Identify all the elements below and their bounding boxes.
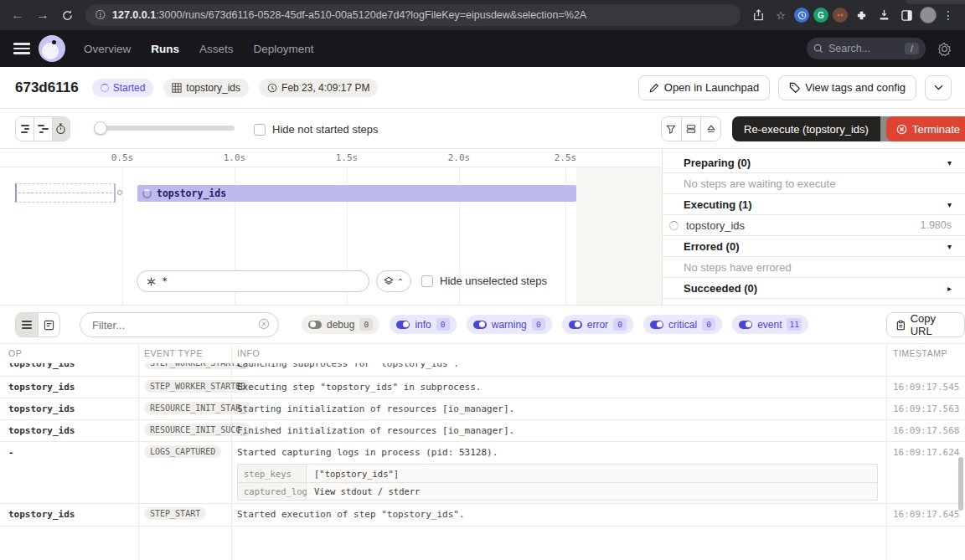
table-row[interactable]: topstory_ids STEP_START Started executio… bbox=[0, 504, 965, 527]
gantt-connector-dot bbox=[117, 190, 122, 195]
browser-url-bar[interactable]: ⓘ 127.0.0.1:3000/runs/673d6116-0528-45df… bbox=[85, 4, 741, 26]
browser-action-icons: ☆ G ⋮ bbox=[749, 6, 956, 24]
log-list-view-button[interactable] bbox=[16, 313, 38, 337]
gantt-time-axis: 0.5s 1.0s 1.5s 2.0s 2.5s bbox=[0, 149, 663, 167]
level-pill-critical[interactable]: critical 0 bbox=[643, 315, 722, 334]
step-duration: 1.980s bbox=[920, 219, 952, 231]
browser-menu-icon[interactable]: ⋮ bbox=[941, 8, 956, 22]
level-pill-info[interactable]: info 0 bbox=[390, 315, 456, 334]
url-host: 127.0.0.1 bbox=[112, 9, 156, 21]
log-filter-input[interactable] bbox=[80, 312, 279, 337]
run-actions-dropdown-button[interactable] bbox=[925, 75, 952, 100]
gantt-chart: 0.5s 1.0s 1.5s 2.0s 2.5s topstory_ids * … bbox=[0, 149, 663, 306]
downloads-icon[interactable] bbox=[875, 6, 893, 24]
section-executing-header[interactable]: Executing (1) ▾ bbox=[663, 194, 965, 215]
settings-gear-icon[interactable] bbox=[937, 42, 952, 56]
run-time-pill: Feb 23, 4:09:17 PM bbox=[259, 79, 378, 97]
graph-query-toggle-button[interactable]: ⌃ bbox=[376, 270, 411, 292]
terminate-button[interactable]: Terminate bbox=[886, 116, 965, 141]
hide-unselected-checkbox[interactable] bbox=[421, 275, 433, 287]
caret-down-icon: ▾ bbox=[947, 242, 952, 251]
extension-clock-icon[interactable] bbox=[794, 8, 809, 23]
reexecute-button[interactable]: Re-execute (topstory_ids) bbox=[732, 116, 880, 141]
nav-links: Overview Runs Assets Deployment bbox=[84, 43, 314, 55]
table-row[interactable]: topstory_ids STEP_WORKER_STARTED Executi… bbox=[0, 377, 965, 398]
toggle-icon bbox=[739, 321, 752, 329]
filter-funnel-button[interactable] bbox=[662, 117, 681, 141]
captured-logs-link[interactable]: View stdout / stderr bbox=[307, 483, 877, 500]
table-row[interactable]: - LOGS_CAPTURED Started capturing logs i… bbox=[0, 442, 965, 504]
view-tags-config-button[interactable]: View tags and config bbox=[778, 75, 916, 100]
executing-step-row[interactable]: topstory_ids 1.980s bbox=[663, 215, 965, 236]
browser-back-icon[interactable]: ← bbox=[5, 8, 30, 23]
nav-item-overview[interactable]: Overview bbox=[84, 43, 131, 55]
spinner-icon bbox=[142, 189, 152, 198]
dagster-run-page: ← → ⓘ 127.0.0.1:3000/runs/673d6116-0528-… bbox=[0, 0, 965, 560]
table-row[interactable]: topstory_ids RESOURCE_INIT_SUCC_ Finishe… bbox=[0, 420, 965, 442]
log-table: OP EVENT TYPE INFO TIMESTAMP topstory_id… bbox=[0, 343, 965, 560]
toggle-icon bbox=[473, 321, 487, 329]
hamburger-menu-icon[interactable] bbox=[13, 43, 30, 54]
share-icon[interactable] bbox=[749, 6, 767, 24]
spinner-icon bbox=[669, 221, 679, 230]
nav-item-runs[interactable]: Runs bbox=[151, 43, 179, 55]
log-table-header: OP EVENT TYPE INFO TIMESTAMP bbox=[0, 344, 965, 363]
level-pill-event[interactable]: event 11 bbox=[732, 315, 808, 334]
gantt-footer: * ⌃ Hide unselected steps bbox=[0, 259, 663, 306]
side-panel-icon[interactable] bbox=[897, 6, 916, 24]
gantt-option-buttons bbox=[661, 116, 721, 141]
section-succeeded-header[interactable]: Succeeded (0) ▸ bbox=[663, 278, 965, 299]
log-toolbar: debug 0 info 0 warning 0 error 0 critica… bbox=[0, 306, 965, 343]
axis-tick: 2.0s bbox=[448, 152, 471, 163]
table-row[interactable]: topstory_ids RESOURCE_INIT_STAR_ Startin… bbox=[0, 398, 965, 420]
browser-tab-hint bbox=[906, 0, 965, 4]
slider-handle[interactable] bbox=[94, 121, 107, 135]
job-grid-icon bbox=[172, 83, 182, 93]
dagster-logo[interactable] bbox=[39, 35, 65, 62]
browser-reload-icon[interactable] bbox=[55, 9, 79, 22]
caret-down-icon: ▾ bbox=[947, 200, 952, 209]
table-row[interactable]: topstory_ids STEP_WORKER_STARTI_ Launchi… bbox=[0, 363, 965, 377]
copy-url-button[interactable]: Copy URL bbox=[886, 312, 965, 337]
nav-item-assets[interactable]: Assets bbox=[199, 43, 234, 55]
extension-badge-icon[interactable] bbox=[833, 8, 848, 23]
step-selector-input[interactable]: * bbox=[137, 270, 369, 292]
site-info-icon[interactable]: ⓘ bbox=[95, 8, 106, 23]
run-id-title: 673d6116 bbox=[15, 80, 79, 96]
section-preparing-header[interactable]: Preparing (0) ▾ bbox=[663, 152, 965, 173]
stopwatch-icon bbox=[55, 123, 66, 135]
level-pill-warning[interactable]: warning 0 bbox=[467, 315, 552, 334]
axis-tick: 1.0s bbox=[224, 152, 246, 163]
profile-avatar[interactable] bbox=[920, 7, 937, 23]
nav-item-deployment[interactable]: Deployment bbox=[254, 43, 314, 55]
run-header: 673d6116 Started topstory_ids Feb 23, 4:… bbox=[0, 67, 965, 109]
browser-forward-icon[interactable]: → bbox=[30, 8, 55, 23]
row-density-button[interactable] bbox=[681, 117, 701, 141]
layout-waterfall-button[interactable] bbox=[34, 117, 51, 141]
level-count-badge: 11 bbox=[787, 318, 801, 331]
extensions-puzzle-icon[interactable] bbox=[852, 6, 870, 24]
layout-flat-button[interactable] bbox=[16, 117, 34, 141]
op-selector-icon bbox=[146, 276, 157, 287]
toggle-icon bbox=[650, 321, 663, 329]
gantt-toolbar: Hide not started steps Re-execute (topst… bbox=[0, 109, 965, 149]
gantt-step-bar[interactable]: topstory_ids bbox=[137, 185, 576, 202]
gantt-zoom-slider[interactable] bbox=[95, 126, 235, 131]
extension-grammarly-icon[interactable]: G bbox=[813, 8, 828, 23]
log-structured-view-button[interactable] bbox=[38, 313, 60, 337]
collapse-panel-button[interactable] bbox=[700, 117, 720, 141]
open-in-launchpad-button[interactable]: Open in Launchpad bbox=[638, 75, 770, 100]
level-pill-error[interactable]: error 0 bbox=[562, 315, 633, 334]
gantt-step-label: topstory_ids bbox=[157, 188, 226, 199]
clear-filter-icon[interactable] bbox=[258, 318, 270, 330]
col-event-type: EVENT TYPE bbox=[144, 348, 203, 358]
global-search-input[interactable]: Search... / bbox=[807, 38, 926, 59]
log-level-filters: debug 0 info 0 warning 0 error 0 critica… bbox=[302, 315, 808, 334]
job-name-pill[interactable]: topstory_ids bbox=[163, 79, 249, 97]
layout-timed-button[interactable] bbox=[52, 117, 70, 141]
bookmark-star-icon[interactable]: ☆ bbox=[771, 6, 790, 24]
hide-not-started-checkbox[interactable] bbox=[254, 124, 266, 136]
section-errored-header[interactable]: Errored (0) ▾ bbox=[663, 236, 965, 257]
level-pill-debug[interactable]: debug 0 bbox=[302, 315, 379, 334]
log-scrollbar[interactable] bbox=[958, 457, 963, 511]
